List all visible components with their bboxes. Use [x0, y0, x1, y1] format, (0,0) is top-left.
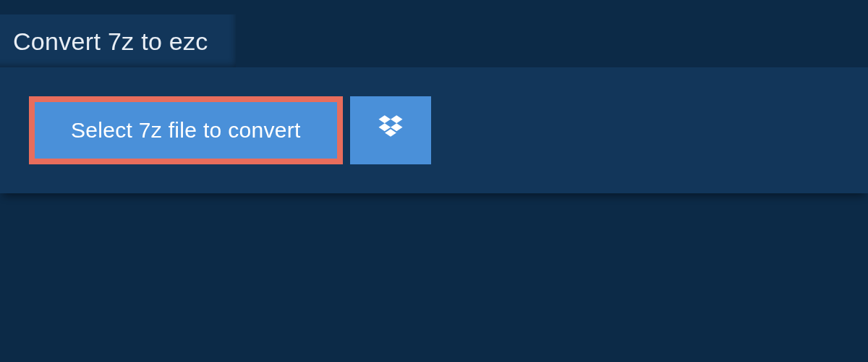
file-select-row: Select 7z file to convert: [29, 96, 839, 164]
page-title: Convert 7z to ezc: [13, 28, 208, 55]
select-file-label: Select 7z file to convert: [71, 118, 301, 142]
select-file-button[interactable]: Select 7z file to convert: [29, 96, 343, 164]
dropbox-icon: [375, 113, 407, 148]
page-title-tab: Convert 7z to ezc: [0, 14, 236, 67]
dropbox-button[interactable]: [350, 96, 431, 164]
main-panel: Select 7z file to convert: [0, 67, 868, 193]
